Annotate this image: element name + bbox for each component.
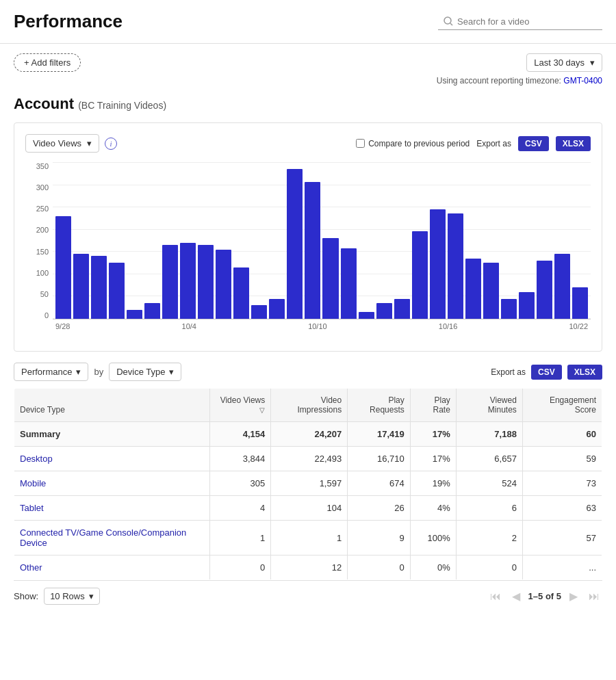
row-link[interactable]: Connected TV/Game Console/Companion Devi… — [20, 527, 186, 548]
svg-point-0 — [444, 17, 451, 24]
add-filters-button[interactable]: + Add filters — [14, 53, 81, 72]
row-cell: 59 — [522, 447, 602, 471]
bar — [394, 299, 410, 319]
summary-cell: 4,154 — [209, 422, 270, 447]
bar — [251, 305, 267, 319]
prev-page-button[interactable]: ◀ — [509, 588, 523, 604]
data-table: Device TypeVideo Views ▽Video Impression… — [14, 388, 602, 580]
performance-dropdown[interactable]: Performance ▾ — [14, 363, 88, 381]
bar — [537, 261, 552, 319]
bar — [483, 263, 499, 319]
row-name-cell: Mobile — [14, 471, 210, 496]
chevron-down-icon: ▾ — [87, 138, 92, 148]
chevron-down-icon: ▾ — [169, 367, 174, 377]
summary-cell: 24,207 — [271, 422, 348, 447]
table-row: Tablet4104264%663 — [14, 496, 602, 521]
row-name-cell: Connected TV/Game Console/Companion Devi… — [14, 521, 210, 555]
bar — [554, 254, 570, 319]
rows-per-page-dropdown[interactable]: 10 Rows ▾ — [44, 588, 100, 605]
search-input[interactable] — [457, 16, 597, 27]
last-page-button[interactable]: ⏭ — [586, 589, 602, 604]
row-cell: 73 — [522, 471, 602, 496]
row-link[interactable]: Tablet — [20, 503, 44, 513]
row-cell: 674 — [348, 471, 411, 496]
compare-checkbox[interactable] — [356, 139, 365, 148]
chevron-down-icon: ▾ — [76, 367, 81, 377]
x-axis-label: 10/4 — [182, 322, 196, 330]
info-icon[interactable]: i — [105, 138, 117, 150]
chart-section: Video Views ▾ i Compare to previous peri… — [14, 122, 602, 352]
row-cell: 12 — [271, 555, 348, 580]
x-axis-label: 10/22 — [569, 322, 588, 330]
row-link[interactable]: Other — [20, 562, 42, 573]
row-cell: 0 — [209, 555, 270, 580]
table-export-csv-button[interactable]: CSV — [531, 365, 562, 380]
bar — [572, 287, 588, 319]
device-type-dropdown[interactable]: Device Type ▾ — [109, 363, 181, 381]
x-axis: 9/2810/410/1010/1610/22 — [53, 319, 591, 330]
page-info: 1–5 of 5 — [528, 591, 561, 601]
bar — [359, 312, 374, 319]
row-cell: 1 — [209, 521, 270, 555]
row-link[interactable]: Desktop — [20, 454, 53, 464]
row-cell: 9 — [348, 521, 411, 555]
compare-label: Compare to previous period — [356, 139, 470, 148]
row-cell: 305 — [209, 471, 270, 496]
table-controls: Performance ▾ by Device Type ▾ Export as… — [14, 363, 602, 381]
timezone-row: Using account reporting timezone: GMT-04… — [0, 76, 616, 92]
account-title: Account (BC Training Videos) — [0, 92, 616, 122]
timezone-link[interactable]: GMT-0400 — [563, 76, 602, 86]
search-icon — [444, 16, 453, 26]
bar — [305, 182, 320, 319]
chart-area — [53, 162, 591, 319]
svg-line-1 — [450, 23, 452, 25]
chevron-down-icon: ▾ — [590, 57, 595, 68]
metric-dropdown[interactable]: Video Views ▾ — [25, 134, 99, 153]
controls-row: + Add filters Last 30 days ▾ — [0, 44, 616, 76]
table-export-xlsx-button[interactable]: XLSX — [567, 365, 602, 380]
pagination-row: Show: 10 Rows ▾ ⏮ ◀ 1–5 of 5 ▶ ⏭ — [14, 580, 602, 607]
chevron-down-icon: ▾ — [89, 591, 94, 601]
date-range-dropdown[interactable]: Last 30 days ▾ — [526, 53, 602, 72]
row-cell: 104 — [271, 496, 348, 521]
chart-export-xlsx-button[interactable]: XLSX — [556, 136, 591, 151]
y-axis-label: 200 — [25, 226, 49, 234]
bar — [109, 263, 125, 319]
row-cell: 19% — [410, 471, 456, 496]
table-section: Performance ▾ by Device Type ▾ Export as… — [14, 363, 602, 607]
table-header-cell: Device Type — [14, 389, 210, 422]
bar — [341, 248, 357, 319]
show-rows: Show: 10 Rows ▾ — [14, 588, 100, 605]
row-cell: 16,710 — [348, 447, 411, 471]
table-header-cell: Play Requests — [348, 389, 411, 422]
bar — [322, 238, 338, 319]
row-cell: 0 — [456, 555, 522, 580]
row-cell: 26 — [348, 496, 411, 521]
row-cell: 0 — [348, 555, 411, 580]
bar — [198, 245, 214, 319]
row-cell: 1 — [271, 521, 348, 555]
table-left: Performance ▾ by Device Type ▾ — [14, 363, 181, 381]
bar — [180, 243, 196, 319]
summary-cell: 17,419 — [348, 422, 411, 447]
summary-cell: 60 — [522, 422, 602, 447]
next-page-button[interactable]: ▶ — [567, 588, 580, 604]
chart-controls: Video Views ▾ i Compare to previous peri… — [25, 134, 591, 153]
search-box[interactable] — [438, 14, 602, 30]
y-axis-label: 0 — [25, 311, 49, 319]
bar — [233, 267, 249, 319]
chart-export-csv-button[interactable]: CSV — [518, 136, 549, 151]
table-row: Other01200%0... — [14, 555, 602, 580]
table-row: Summary4,15424,20717,41917%7,18860 — [14, 422, 602, 447]
row-cell: 4 — [209, 496, 270, 521]
first-page-button[interactable]: ⏮ — [487, 589, 504, 604]
row-cell: 4% — [410, 496, 456, 521]
bar-chart: 050100150200250300350 9/2810/410/1010/16… — [25, 162, 591, 340]
bar — [162, 245, 178, 319]
table-row: Desktop3,84422,49316,71017%6,65759 — [14, 447, 602, 471]
x-axis-label: 9/28 — [55, 322, 70, 330]
row-link[interactable]: Mobile — [20, 478, 46, 488]
row-name-cell: Other — [14, 555, 210, 580]
row-cell: 22,493 — [271, 447, 348, 471]
bar — [287, 169, 303, 319]
